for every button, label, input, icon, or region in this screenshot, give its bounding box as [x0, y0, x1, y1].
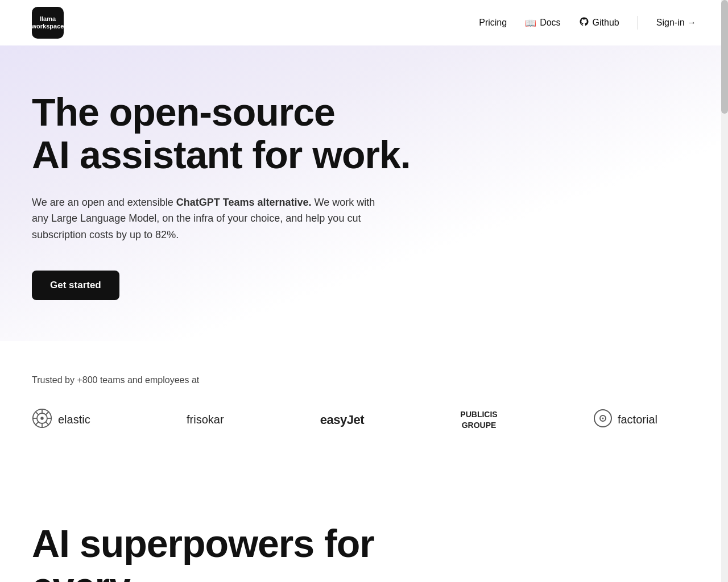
- elastic-name: elastic: [58, 413, 90, 426]
- logo-frisokar: frisokar: [187, 413, 224, 426]
- logo-factorial: factorial: [594, 409, 657, 430]
- nav-docs[interactable]: 📖 Docs: [525, 18, 560, 28]
- publicis-name: PUBLICISGROUPE: [460, 409, 497, 430]
- svg-point-13: [602, 418, 603, 419]
- svg-line-8: [46, 422, 49, 425]
- hero-title: The open-source AI assistant for work.: [32, 91, 430, 176]
- nav-docs-label: Docs: [540, 18, 560, 28]
- bottom-heading-line1: AI superpowers for every: [32, 522, 374, 582]
- svg-line-10: [35, 422, 39, 425]
- hero-subtitle-bold: ChatGPT Teams alternative.: [176, 197, 312, 208]
- get-started-button[interactable]: Get started: [32, 271, 119, 300]
- logo-easyjet: easyJet: [320, 413, 364, 427]
- logo-text: llama workspace: [32, 15, 64, 30]
- easyjet-name: easyJet: [320, 413, 364, 427]
- nav: Pricing 📖 Docs Github Sign-in →: [479, 16, 696, 30]
- trusted-label: Trusted by +800 teams and employees at: [32, 375, 696, 385]
- svg-line-7: [35, 411, 39, 415]
- signin-label: Sign-in →: [656, 18, 696, 28]
- factorial-icon: [594, 409, 612, 430]
- bottom-heading: AI superpowers for every employee.: [32, 522, 430, 582]
- hero-subtitle-plain1: We are an open and extensible: [32, 197, 176, 208]
- hero-title-line1: The open-source: [32, 90, 335, 134]
- header: llama workspace Pricing 📖 Docs Github Si…: [0, 0, 728, 45]
- nav-pricing-label: Pricing: [479, 18, 507, 28]
- nav-github[interactable]: Github: [579, 16, 619, 29]
- scrollbar-track[interactable]: [721, 0, 728, 582]
- nav-pricing[interactable]: Pricing: [479, 18, 507, 28]
- signin-button[interactable]: Sign-in →: [656, 18, 696, 28]
- frisokar-name: frisokar: [187, 413, 224, 426]
- github-icon: [579, 16, 589, 29]
- logo-box: llama workspace: [32, 7, 64, 39]
- nav-divider: [638, 16, 638, 30]
- elastic-icon: [32, 408, 52, 431]
- bottom-section: AI superpowers for every employee.: [0, 477, 728, 582]
- logo-publicis: PUBLICISGROUPE: [460, 409, 497, 430]
- svg-line-9: [46, 411, 49, 415]
- svg-point-2: [40, 417, 43, 419]
- get-started-label: Get started: [50, 280, 101, 290]
- hero-subtitle: We are an open and extensible ChatGPT Te…: [32, 194, 384, 243]
- logo[interactable]: llama workspace: [32, 7, 64, 39]
- trusted-section: Trusted by +800 teams and employees at: [0, 341, 728, 477]
- logo-elastic: elastic: [32, 408, 90, 431]
- hero-title-line2: AI assistant for work.: [32, 133, 411, 176]
- nav-github-label: Github: [593, 18, 619, 28]
- hero-section: The open-source AI assistant for work. W…: [0, 45, 728, 341]
- logos-row: elastic frisokar easyJet PUBLICISGROUPE …: [32, 408, 657, 431]
- factorial-name: factorial: [618, 413, 657, 426]
- book-icon: 📖: [525, 18, 536, 28]
